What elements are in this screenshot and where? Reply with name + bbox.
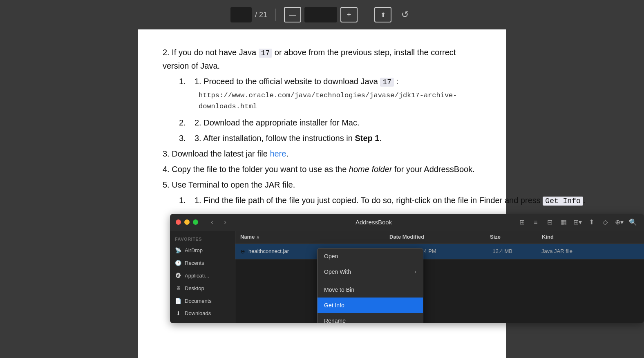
col-name-header: Name ∧ — [240, 233, 386, 242]
recents-icon: 🕐 — [175, 259, 181, 268]
sidebar-item-desktop[interactable]: 🖥 Desktop — [170, 282, 235, 295]
file-icon: ⊖ — [240, 247, 245, 256]
list-item-5: 5. Use Terminal to open the JAR file. — [163, 178, 481, 191]
context-menu-divider-1 — [318, 281, 423, 281]
desktop-icon: 🖥 — [175, 284, 181, 293]
traffic-light-red[interactable] — [176, 219, 181, 225]
sidebar-item-applications[interactable]: 🅐 Applicati... — [170, 270, 235, 282]
documents-icon: 📄 — [175, 297, 181, 306]
divider-2 — [366, 9, 366, 21]
tag-icon[interactable]: ◇ — [600, 217, 610, 228]
traffic-light-green[interactable] — [193, 219, 198, 225]
col-kind-header: Kind — [542, 233, 639, 242]
get-info-code: Get Info — [543, 197, 583, 206]
java-version-badge: 17 — [259, 49, 273, 58]
column-view-icon[interactable]: ⊟ — [544, 217, 555, 228]
context-menu: Open Open With › Move to Bin — [317, 248, 423, 323]
finder-screenshot: ‹ › AddressBook ⊞ ≡ ⊟ ▦ ⊞▾ ⬆ ◇ ⊕▾ — [170, 214, 644, 323]
zoom-in-button[interactable]: + — [340, 7, 358, 22]
search-icon[interactable]: 🔍 — [628, 217, 638, 228]
downloads-icon: ⬇ — [175, 309, 181, 318]
list-view-icon[interactable]: ≡ — [530, 217, 541, 228]
here-link[interactable]: here — [270, 149, 286, 158]
zoom-input[interactable]: 100% — [304, 7, 337, 22]
page-nav-group: 7 / 21 — [230, 7, 267, 22]
file-area: ⊖ healthconnect.jar Today at 9:44 PM 12.… — [235, 244, 644, 260]
context-menu-open[interactable]: Open — [318, 248, 423, 264]
applications-icon: 🅐 — [175, 272, 181, 280]
zoom-group: — 100% + — [284, 7, 358, 22]
grid-view-icon[interactable]: ⊞ — [517, 217, 527, 228]
rotate-icon: ↺ — [401, 9, 409, 20]
java-url: https://www.oracle.com/java/technologies… — [195, 90, 481, 112]
more-options-icon[interactable]: ⊕▾ — [614, 217, 624, 228]
zoom-out-icon: — — [289, 11, 296, 19]
list-item-3: 3. Download the latest jar file here. — [163, 147, 481, 160]
zoom-in-icon: + — [347, 11, 351, 19]
sidebar-item-documents[interactable]: 📄 Documents — [170, 295, 235, 308]
step1-bold: Step 1 — [355, 134, 379, 143]
finder-forward-button[interactable]: › — [219, 217, 231, 228]
sub-item-2-1: 1. 1. Proceed to the official website to… — [179, 75, 481, 114]
context-menu-rename[interactable]: Rename — [318, 313, 423, 323]
finder-toolbar-icons: ⊞ ≡ ⊟ ▦ ⊞▾ ⬆ ◇ ⊕▾ 🔍 — [517, 217, 638, 228]
sub-item-2-2: 2. 2. Download the appropriate installer… — [179, 116, 481, 129]
file-size: 12.4 MB — [493, 247, 542, 256]
finder-back-button[interactable]: ‹ — [206, 217, 218, 228]
sidebar-item-downloads[interactable]: ⬇ Downloads — [170, 307, 235, 320]
file-row-healthconnect[interactable]: ⊖ healthconnect.jar Today at 9:44 PM 12.… — [235, 244, 644, 260]
sub-item-2-3: 3. 3. After installation, follow the ins… — [179, 132, 481, 145]
export-icon: ⬆ — [380, 11, 386, 19]
finder-sidebar: Favorites 📡 AirDrop 🕐 Recents 🅐 — [170, 231, 235, 323]
finder-window-title: AddressBook — [234, 217, 513, 227]
sub-list-5: 1. 1. Find the file path of the file you… — [179, 194, 481, 323]
traffic-light-yellow[interactable] — [184, 219, 190, 225]
list-item-2: 2. If you do not have Java 17 or above f… — [163, 46, 481, 72]
gallery-view-icon[interactable]: ▦ — [558, 217, 569, 228]
share-icon[interactable]: ⬆ — [586, 217, 597, 228]
finder-nav-buttons: ‹ › — [206, 217, 231, 228]
sidebar-item-airdrop[interactable]: 📡 AirDrop — [170, 244, 235, 257]
file-kind: Java JAR file — [541, 247, 639, 256]
context-menu-move-to-bin[interactable]: Move to Bin — [318, 282, 423, 298]
list-item-4: 4. Copy the file to the folder you want … — [163, 163, 481, 176]
favorites-label: Favorites — [170, 234, 235, 245]
finder-column-header: Name ∧ Date Modified Size Kind — [235, 231, 644, 244]
pdf-toolbar: 7 / 21 — 100% + ⬆ ↺ — [0, 0, 644, 29]
item2-text: 2. If you do not have Java 17 or above f… — [163, 46, 481, 72]
view-options-icon[interactable]: ⊞▾ — [572, 217, 583, 228]
java-17-badge: 17 — [380, 78, 394, 87]
divider-1 — [275, 9, 276, 21]
submenu-arrow: › — [415, 268, 416, 276]
sub-list-2: 1. 1. Proceed to the official website to… — [179, 75, 481, 145]
finder-main-area: Name ∧ Date Modified Size Kind ⊖ — [235, 231, 644, 323]
col-size-header: Size — [490, 233, 539, 242]
rotate-button[interactable]: ↺ — [396, 7, 414, 22]
zoom-out-button[interactable]: — — [284, 7, 301, 22]
finder-body: Favorites 📡 AirDrop 🕐 Recents 🅐 — [170, 231, 644, 323]
finder-titlebar: ‹ › AddressBook ⊞ ≡ ⊟ ▦ ⊞▾ ⬆ ◇ ⊕▾ — [170, 214, 644, 231]
pdf-content-area: 2. If you do not have Java 17 or above f… — [138, 29, 506, 358]
total-pages: / 21 — [255, 11, 267, 19]
context-menu-open-with[interactable]: Open With › — [318, 264, 423, 280]
home-folder-italic: home folder — [349, 165, 392, 174]
sub-item-5-1: 1. 1. Find the file path of the file you… — [179, 194, 481, 323]
airdrop-icon: 📡 — [175, 246, 181, 255]
sidebar-item-recents[interactable]: 🕐 Recents — [170, 257, 235, 270]
col-date-header: Date Modified — [389, 233, 487, 242]
export-button[interactable]: ⬆ — [374, 7, 391, 22]
context-menu-get-info[interactable]: Get Info — [318, 298, 423, 313]
sort-arrow: ∧ — [256, 235, 259, 239]
current-page-input[interactable]: 7 — [230, 7, 252, 22]
